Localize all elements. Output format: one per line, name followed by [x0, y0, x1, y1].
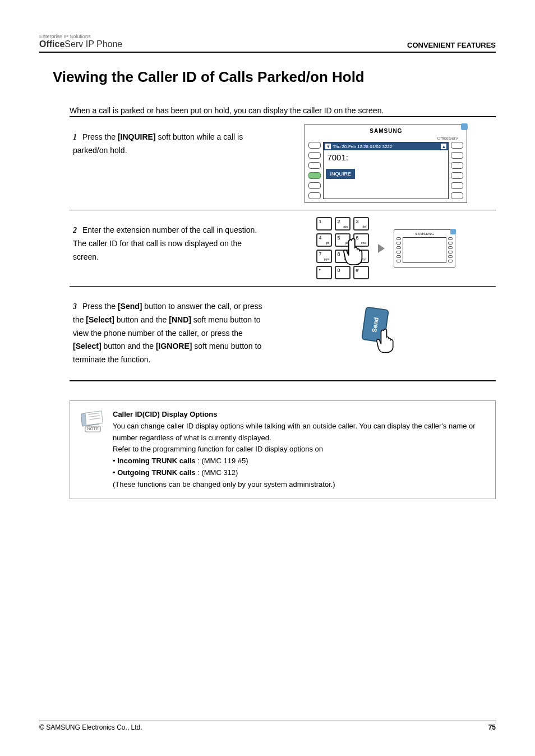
phone-right-buttons	[451, 142, 463, 199]
keypad-key-*: *	[316, 266, 332, 279]
mini-phone-illustration: SAMSUNG	[394, 229, 455, 268]
nnd-label: [NND]	[169, 315, 191, 324]
caller-id-text: 7001:	[324, 150, 448, 164]
down-arrow-icon: ▼	[325, 144, 331, 149]
copyright: © SAMSUNG Electronics Co., Ltd.	[39, 723, 142, 731]
step-number-2: 2	[73, 226, 77, 234]
step-number-3: 3	[73, 302, 77, 311]
keypad-key-#: #	[353, 266, 369, 279]
hand-icon	[371, 326, 399, 354]
intro-text: When a call is parked or has been put on…	[70, 106, 496, 115]
ignore-label: [IGNORE]	[156, 342, 192, 351]
phone-left-buttons	[308, 142, 321, 199]
note-icon: NOTE	[78, 409, 104, 435]
note-title: Caller ID(CID) Display Options	[113, 410, 217, 418]
page-footer: © SAMSUNG Electronics Co., Ltd. 75	[39, 721, 496, 731]
doc-header: Enterprise IP Solutions OfficeServ IP Ph…	[39, 34, 496, 53]
keypad-key-2: 2abc	[335, 217, 350, 231]
phone-brand: SAMSUNG	[308, 128, 463, 134]
send-label: [Send]	[118, 302, 142, 311]
logo: Enterprise IP Solutions OfficeServ IP Ph…	[39, 34, 122, 49]
note-box: NOTE Caller ID(CID) Display Options You …	[70, 400, 496, 499]
page-number: 75	[488, 723, 496, 731]
select-label-2: [Select]	[73, 342, 102, 351]
send-button-illustration: Send	[363, 308, 408, 358]
step-1: 1 Press the [INQUIRE] soft button while …	[70, 117, 496, 210]
note-bullet-2: • Outgoing TRUNK calls : (MMC 312)	[113, 467, 487, 479]
note-p1: You can change caller ID display options…	[113, 421, 487, 444]
phone-screen-illustration: SAMSUNG OfficeServ ▼ Thu 20-Feb 12:28 01…	[305, 124, 467, 203]
step-2: 2 Enter the extension number of the call…	[70, 210, 496, 286]
note-p3: (These functions can be changed only by …	[113, 479, 487, 491]
keypad-key-1: 1	[316, 217, 332, 231]
note-bullet-1: • Incoming TRUNK calls : (MMC 119 #5)	[113, 455, 487, 467]
page-title: Viewing the Caller ID of Calls Parked/on…	[53, 68, 496, 86]
section-title: CONVENIENT FEATURES	[407, 41, 496, 49]
svg-text:NOTE: NOTE	[87, 426, 99, 431]
keypad-key-4: 4ghi	[316, 233, 332, 247]
hand-icon	[338, 235, 369, 266]
arrow-icon	[378, 244, 385, 253]
keypad-key-7: 7pqrs	[316, 250, 332, 263]
inquire-soft-button: INQUIRE	[326, 169, 355, 179]
inquire-label: [INQUIRE]	[118, 132, 156, 141]
keypad-key-0: 0	[335, 266, 350, 279]
step-3: 3 Press the [Send] button to answer the …	[70, 287, 496, 380]
up-arrow-icon: ▲	[441, 144, 446, 149]
keypad-key-3: 3def	[353, 217, 369, 231]
note-p2: Refer to the programming function for ca…	[113, 444, 487, 455]
keypad-illustration: 12abc3def4ghi5jkl6mno7pqrs8tuv9wxyz*0# S…	[316, 217, 455, 279]
step-number-1: 1	[73, 133, 77, 141]
logo-main: OfficeServ IP Phone	[39, 39, 122, 49]
phone-lcd-screen: ▼ Thu 20-Feb 12:28 01/02 3222 ▲ 7001: IN…	[323, 142, 449, 199]
select-label-1: [Select]	[86, 315, 114, 324]
logo-subtitle: Enterprise IP Solutions	[39, 34, 122, 39]
